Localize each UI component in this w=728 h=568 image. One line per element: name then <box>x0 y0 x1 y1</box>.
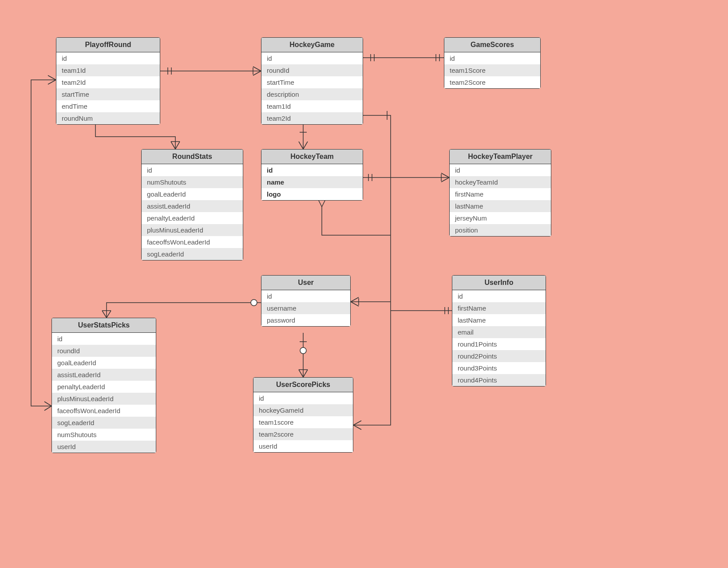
entity-hockeygame: HockeyGameidroundIdstartTimedescriptiont… <box>261 37 363 125</box>
entity-field: position <box>450 224 551 236</box>
entity-field: team2Score <box>444 76 540 88</box>
entity-hockeyteamplayer: HockeyTeamPlayeridhockeyTeamIdfirstNamel… <box>449 149 551 237</box>
svg-point-33 <box>251 300 257 306</box>
entity-field: team1Id <box>261 100 363 112</box>
svg-line-50 <box>318 200 322 207</box>
entity-field: id <box>52 333 156 345</box>
entity-roundstats: RoundStatsidnumShutoutsgoalLeaderIdassis… <box>141 149 243 260</box>
entity-field: startTime <box>261 76 363 88</box>
entity-hockeyteam: HockeyTeamidnamelogo <box>261 149 363 201</box>
entity-title: PlayoffRound <box>56 38 160 52</box>
entity-title: HockeyTeamPlayer <box>450 150 551 164</box>
svg-line-46 <box>351 302 359 306</box>
entity-field: email <box>452 326 546 338</box>
entity-field: lastName <box>450 200 551 212</box>
entity-title: User <box>261 276 350 290</box>
svg-line-41 <box>303 370 308 377</box>
entity-field: id <box>450 164 551 176</box>
entity-field: sogLeaderId <box>142 248 243 260</box>
entity-field: round4Points <box>452 374 546 386</box>
entity-field: hockeyTeamId <box>450 176 551 188</box>
entity-title: HockeyGame <box>261 38 363 52</box>
entity-field: userId <box>52 441 156 453</box>
entity-field: numShutouts <box>142 176 243 188</box>
svg-line-30 <box>48 80 56 84</box>
entity-field: id <box>261 52 363 64</box>
entity-field: team1Id <box>56 64 160 76</box>
entity-field: logo <box>261 188 363 200</box>
entity-field: plusMinusLeaderId <box>52 393 156 405</box>
entity-field: assistLeaderId <box>52 369 156 381</box>
entity-field: jerseyNum <box>450 212 551 224</box>
entity-field: userId <box>253 440 353 452</box>
svg-line-35 <box>107 311 111 318</box>
svg-line-48 <box>353 421 361 425</box>
svg-line-26 <box>441 173 449 178</box>
entity-field: lastName <box>452 314 546 326</box>
entity-field: hockeyGameId <box>253 404 353 416</box>
entity-field: team1score <box>253 416 353 428</box>
entity-field: id <box>142 164 243 176</box>
entity-field: startTime <box>56 88 160 100</box>
svg-line-49 <box>353 425 361 430</box>
entity-field: team2Id <box>261 112 363 124</box>
entity-field: description <box>261 88 363 100</box>
entity-title: UserStatsPicks <box>52 318 156 333</box>
entity-field: faceoffsWonLeaderId <box>142 236 243 248</box>
entity-field: goalLeaderId <box>52 357 156 369</box>
entity-field: firstName <box>452 302 546 314</box>
svg-line-29 <box>48 75 56 80</box>
svg-line-21 <box>303 142 308 149</box>
entity-field: roundId <box>52 345 156 357</box>
entity-title: UserScorePicks <box>253 378 353 392</box>
entity-gamescores: GameScoresidteam1Scoreteam2Score <box>444 37 541 89</box>
entity-field: endTime <box>56 100 160 112</box>
entity-userstatspicks: UserStatsPicksidroundIdgoalLeaderIdassis… <box>51 318 156 453</box>
entity-field: username <box>261 302 350 314</box>
entity-field: id <box>452 290 546 302</box>
entity-field: id <box>261 164 363 176</box>
svg-line-51 <box>322 200 325 207</box>
entity-field: roundId <box>261 64 363 76</box>
entity-field: id <box>253 392 353 404</box>
svg-line-15 <box>175 142 180 149</box>
entity-userinfo: UserInfoidfirstNamelastNameemailround1Po… <box>452 275 546 387</box>
entity-field: name <box>261 176 363 188</box>
entity-playoffround: PlayoffRoundidteam1Idteam2IdstartTimeend… <box>56 37 160 125</box>
entity-field: penaltyLeaderId <box>142 212 243 224</box>
svg-line-45 <box>351 297 359 302</box>
entity-title: HockeyTeam <box>261 150 363 164</box>
entity-field: password <box>261 314 350 326</box>
entity-field: team2Id <box>56 76 160 88</box>
entity-field: faceoffsWonLeaderId <box>52 405 156 417</box>
entity-field: plusMinusLeaderId <box>142 224 243 236</box>
svg-line-32 <box>44 406 51 410</box>
entity-field: numShutouts <box>52 429 156 441</box>
entity-field: penaltyLeaderId <box>52 381 156 393</box>
svg-line-31 <box>44 402 51 406</box>
svg-line-34 <box>102 311 107 318</box>
entity-field: id <box>444 52 540 64</box>
entity-field: team1Score <box>444 64 540 76</box>
entity-user: Useridusernamepassword <box>261 275 351 327</box>
entity-field: round2Points <box>452 350 546 362</box>
entity-field: sogLeaderId <box>52 417 156 429</box>
svg-line-40 <box>299 370 303 377</box>
entity-field: assistLeaderId <box>142 200 243 212</box>
entity-title: RoundStats <box>142 150 243 164</box>
svg-line-4 <box>253 71 261 75</box>
entity-title: UserInfo <box>452 276 546 290</box>
entity-field: goalLeaderId <box>142 188 243 200</box>
entity-userscorepicks: UserScorePicksidhockeyGameIdteam1scorete… <box>253 377 353 453</box>
entity-field: roundNum <box>56 112 160 124</box>
svg-line-27 <box>441 178 449 182</box>
entity-field: firstName <box>450 188 551 200</box>
entity-field: id <box>261 290 350 302</box>
entity-field: round1Points <box>452 338 546 350</box>
svg-line-14 <box>171 142 175 149</box>
entity-field: team2score <box>253 428 353 440</box>
entity-title: GameScores <box>444 38 540 52</box>
svg-line-20 <box>299 142 303 149</box>
svg-line-3 <box>253 67 261 71</box>
entity-field: id <box>56 52 160 64</box>
